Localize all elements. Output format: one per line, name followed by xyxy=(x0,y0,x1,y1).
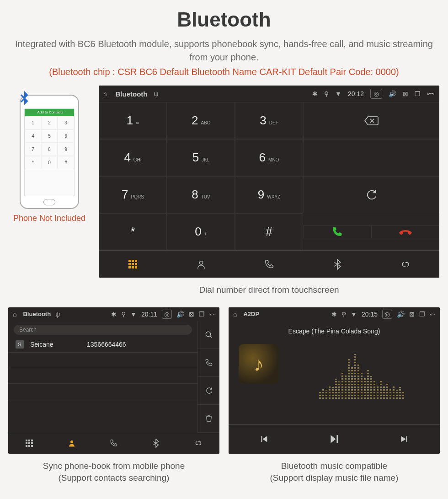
phone-key: 2 xyxy=(41,116,58,129)
phone-key: # xyxy=(58,156,74,169)
phone-key: 8 xyxy=(41,143,58,156)
bluetooth-icon xyxy=(16,91,32,111)
status-bar: ⌂ Bluetooth ψ ✱ ⚲ ▼ 20:11 ◎ 🔊 ⊠ ❐ ⤺ xyxy=(8,307,219,321)
tab-keypad[interactable] xyxy=(99,251,167,278)
dialer-key-2[interactable]: 2ABC xyxy=(167,102,235,139)
recent-apps-icon[interactable]: ❐ xyxy=(415,90,421,97)
contact-initial-badge: S xyxy=(16,340,24,349)
phone-key: 0 xyxy=(41,156,58,169)
tab-contacts[interactable] xyxy=(167,251,235,278)
volume-icon[interactable]: 🔊 xyxy=(389,90,396,97)
bottom-tabs xyxy=(8,433,219,454)
tab-pair[interactable] xyxy=(177,433,219,454)
clock: 20:12 xyxy=(348,90,364,97)
tab-bluetooth[interactable] xyxy=(303,251,371,278)
dialer-key-0[interactable]: 0+ xyxy=(167,213,235,250)
volume-icon[interactable]: 🔊 xyxy=(176,311,184,318)
dialer-caption: Dial number direct from touchscreen xyxy=(99,284,439,296)
dialer-key-1[interactable]: 1∞ xyxy=(99,102,167,139)
phone-key: 4 xyxy=(25,129,41,143)
contact-name: Seicane xyxy=(30,341,80,348)
location-icon: ⚲ xyxy=(324,90,329,97)
contact-number: 13566664466 xyxy=(87,341,126,348)
next-track-button[interactable] xyxy=(369,425,440,454)
location-icon: ⚲ xyxy=(341,311,346,318)
empty-cell xyxy=(303,139,439,176)
bottom-tabs xyxy=(99,250,439,278)
play-pause-button[interactable] xyxy=(299,425,369,454)
tab-contacts[interactable] xyxy=(50,433,92,454)
description-text: Integrated with BC6 Bluetooth module, su… xyxy=(8,38,440,64)
tab-recents[interactable] xyxy=(93,433,135,454)
empty-row xyxy=(8,384,197,399)
delete-icon[interactable] xyxy=(197,405,219,433)
phone-column: Add to Contacts 123456789*0# Phone Not I… xyxy=(8,86,91,223)
dialer-key-9[interactable]: 9WXYZ xyxy=(235,176,303,213)
home-icon[interactable]: ⌂ xyxy=(103,90,107,97)
back-icon[interactable]: ⤺ xyxy=(209,311,215,318)
clock: 20:15 xyxy=(362,311,378,318)
tab-bluetooth[interactable] xyxy=(135,433,177,454)
backspace-button[interactable] xyxy=(303,102,439,139)
screenshot-icon[interactable]: ◎ xyxy=(162,310,172,319)
dialer-key-6[interactable]: 6MNO xyxy=(235,139,303,176)
screenshot-icon[interactable]: ◎ xyxy=(382,310,392,319)
redial-button[interactable] xyxy=(303,176,439,213)
wifi-icon: ▼ xyxy=(351,311,357,318)
prev-track-button[interactable] xyxy=(229,425,299,454)
dialer-key-#[interactable]: # xyxy=(235,213,303,250)
dialer-screen: ⌂ Bluetooth ψ ✱ ⚲ ▼ 20:12 ◎ 🔊 ⊠ ❐ ⤺ 1∞2A… xyxy=(99,86,439,278)
dialer-key-8[interactable]: 8TUV xyxy=(167,176,235,213)
search-input[interactable]: Search xyxy=(14,325,192,335)
dialer-key-*[interactable]: * xyxy=(99,213,167,250)
close-icon[interactable]: ⊠ xyxy=(189,311,194,318)
music-controls xyxy=(229,424,440,454)
contact-row[interactable]: S Seicane 13566664466 xyxy=(8,337,197,353)
clock: 20:11 xyxy=(141,311,157,318)
bluetooth-status-icon: ✱ xyxy=(312,90,318,97)
album-art-icon: ♪ xyxy=(239,344,279,384)
specs-text: (Bluetooth chip : CSR BC6 Default Blueto… xyxy=(8,67,440,77)
usb-icon: ψ xyxy=(55,311,60,318)
phone-key: * xyxy=(25,156,41,169)
phone-key: 6 xyxy=(58,129,74,143)
home-icon[interactable]: ⌂ xyxy=(233,311,237,318)
svg-point-2 xyxy=(70,440,73,443)
back-icon[interactable]: ⤺ xyxy=(430,311,435,318)
dialer-key-5[interactable]: 5JKL xyxy=(167,139,235,176)
status-title: Bluetooth xyxy=(23,311,51,317)
phone-key: 7 xyxy=(25,143,41,156)
status-bar: ⌂ Bluetooth ψ ✱ ⚲ ▼ 20:12 ◎ 🔊 ⊠ ❐ ⤺ xyxy=(99,86,439,102)
dialer-key-3[interactable]: 3DEF xyxy=(235,102,303,139)
phone-mock: Add to Contacts 123456789*0# xyxy=(20,95,79,209)
sync-icon[interactable] xyxy=(197,377,219,405)
search-icon[interactable] xyxy=(197,321,219,349)
dialer-key-7[interactable]: 7PQRS xyxy=(99,176,167,213)
tab-pair[interactable] xyxy=(371,251,439,278)
home-icon[interactable]: ⌂ xyxy=(13,311,16,318)
music-caption: Bluetooth music compatible(Support displ… xyxy=(229,460,440,484)
music-screen: ⌂ A2DP ✱ ⚲ ▼ 20:15 ◎ 🔊 ⊠ ❐ ⤺ Escape (The… xyxy=(229,307,440,454)
volume-icon[interactable]: 🔊 xyxy=(397,311,405,318)
hangup-button[interactable] xyxy=(371,225,439,238)
close-icon[interactable]: ⊠ xyxy=(403,90,408,97)
dialer-key-4[interactable]: 4GHI xyxy=(99,139,167,176)
phone-key: 9 xyxy=(58,143,74,156)
contacts-caption: Sync phone-book from mobile phone(Suppor… xyxy=(8,460,219,484)
screenshot-icon[interactable]: ◎ xyxy=(370,89,382,99)
tab-keypad[interactable] xyxy=(8,433,50,454)
track-title: Escape (The Pina Colada Song) xyxy=(229,327,440,335)
bluetooth-status-icon: ✱ xyxy=(111,311,117,318)
location-icon: ⚲ xyxy=(121,311,126,318)
contacts-screen: ⌂ Bluetooth ψ ✱ ⚲ ▼ 20:11 ◎ 🔊 ⊠ ❐ ⤺ S xyxy=(8,307,219,454)
call-icon[interactable] xyxy=(197,349,219,377)
recent-apps-icon[interactable]: ❐ xyxy=(419,311,425,318)
tab-recents[interactable] xyxy=(235,251,303,278)
status-title: A2DP xyxy=(243,311,259,317)
back-icon[interactable]: ⤺ xyxy=(427,88,435,99)
recent-apps-icon[interactable]: ❐ xyxy=(199,311,205,318)
close-icon[interactable]: ⊠ xyxy=(409,311,415,318)
call-button[interactable] xyxy=(303,225,371,238)
phone-key: 1 xyxy=(25,116,41,129)
usb-icon: ψ xyxy=(154,90,158,97)
